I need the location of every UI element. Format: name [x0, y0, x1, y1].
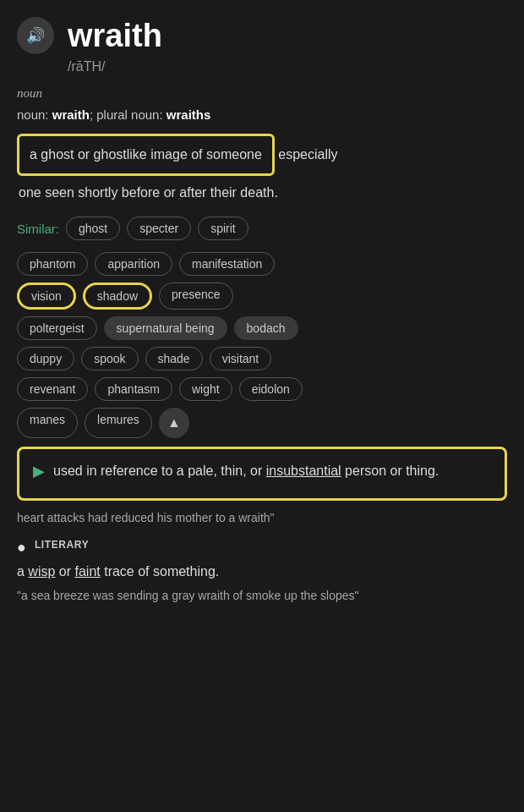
definition1-highlight: a ghost or ghostlike image of someone [17, 134, 275, 176]
bullet-dot: ● [17, 539, 26, 557]
literary-badge: LITERARY [35, 539, 89, 551]
tag-revenant[interactable]: revenant [17, 377, 88, 401]
similar-label: Similar: [17, 222, 59, 236]
collapse-button[interactable]: ▲ [159, 408, 189, 438]
tag-manifestation[interactable]: manifestation [179, 252, 275, 276]
tag-ghost[interactable]: ghost [66, 217, 120, 240]
word-header: 🔊 wraith [17, 17, 507, 54]
tag-row-6: manes lemures ▲ [17, 408, 507, 438]
tag-shadow[interactable]: shadow [83, 283, 152, 310]
literary-section: ● LITERARY a wisp or faint trace of some… [17, 539, 507, 605]
tag-row-5: revenant phantasm wight eidolon [17, 377, 507, 401]
bullet-icon: ▶ [33, 462, 45, 480]
tag-bodach[interactable]: bodach [234, 316, 298, 340]
tag-eidolon[interactable]: eidolon [239, 377, 303, 401]
similar-row: Similar: ghost specter spirit [17, 217, 507, 240]
example2: "a sea breeze was sending a gray wraith … [17, 587, 507, 605]
def2-text-after: person or thing. [341, 464, 439, 478]
tag-row-4: duppy spook shade visitant [17, 347, 507, 370]
tags-area: phantom apparition manifestation vision … [17, 252, 507, 438]
literary-text-after: trace of something. [101, 564, 220, 579]
noun-prefix: noun: [17, 107, 52, 122]
literary-word1: wisp [28, 564, 55, 579]
speaker-button[interactable]: 🔊 [17, 17, 54, 54]
definition1-container: a ghost or ghostlike image of someone es… [17, 134, 507, 179]
definition2-box: ▶ used in reference to a pale, thin, or … [17, 447, 507, 501]
noun-word: wraith [52, 107, 90, 122]
tag-vision[interactable]: vision [17, 283, 76, 310]
def2-text-before: used in reference to a pale, thin, or [53, 464, 266, 478]
word-title: wraith [68, 18, 162, 54]
tag-apparition[interactable]: apparition [95, 252, 172, 276]
tag-shade[interactable]: shade [145, 347, 203, 370]
tag-spirit[interactable]: spirit [198, 217, 248, 240]
tag-wight[interactable]: wight [179, 377, 232, 401]
speaker-icon: 🔊 [26, 26, 45, 45]
tag-lemures[interactable]: lemures [85, 408, 152, 438]
similar-section: Similar: ghost specter spirit [17, 217, 507, 240]
literary-text-before: a [17, 564, 28, 579]
tag-poltergeist[interactable]: poltergeist [17, 316, 97, 340]
literary-text-mid: or [55, 564, 74, 579]
definition1-highlighted-text: a ghost or ghostlike image of someone [30, 147, 262, 162]
tag-phantasm[interactable]: phantasm [95, 377, 172, 401]
plural-word: wraiths [166, 107, 211, 122]
literary-row: ● LITERARY [17, 539, 507, 557]
definition1-continuation-inline: especially [275, 147, 338, 162]
def2-underline: insubstantial [266, 464, 341, 478]
noun-line: noun: wraith; plural noun: wraiths [17, 107, 507, 122]
tag-spook[interactable]: spook [81, 347, 138, 370]
example1: heart attacks had reduced his mother to … [17, 509, 507, 527]
definition1-rest: one seen shortly before or after their d… [17, 183, 507, 203]
literary-definition: a wisp or faint trace of something. [17, 562, 507, 582]
plural-prefix: ; plural noun: [90, 107, 166, 122]
tag-presence[interactable]: presence [159, 283, 233, 310]
pronunciation: /rāTH/ [68, 59, 507, 74]
part-of-speech: noun [17, 86, 507, 101]
chevron-up-icon: ▲ [167, 415, 181, 431]
definition2-text: used in reference to a pale, thin, or in… [53, 461, 439, 481]
tag-duppy[interactable]: duppy [17, 347, 74, 370]
tag-visitant[interactable]: visitant [210, 347, 272, 370]
literary-word2: faint [74, 564, 100, 579]
definition2-row: ▶ used in reference to a pale, thin, or … [33, 461, 491, 481]
tag-row-1: phantom apparition manifestation [17, 252, 507, 276]
tag-row-2: vision shadow presence [17, 283, 507, 310]
tag-manes[interactable]: manes [17, 408, 78, 438]
tag-phantom[interactable]: phantom [17, 252, 88, 276]
tag-supernatural-being[interactable]: supernatural being [104, 316, 227, 340]
tag-row-3: poltergeist supernatural being bodach [17, 316, 507, 340]
tag-specter[interactable]: specter [127, 217, 191, 240]
